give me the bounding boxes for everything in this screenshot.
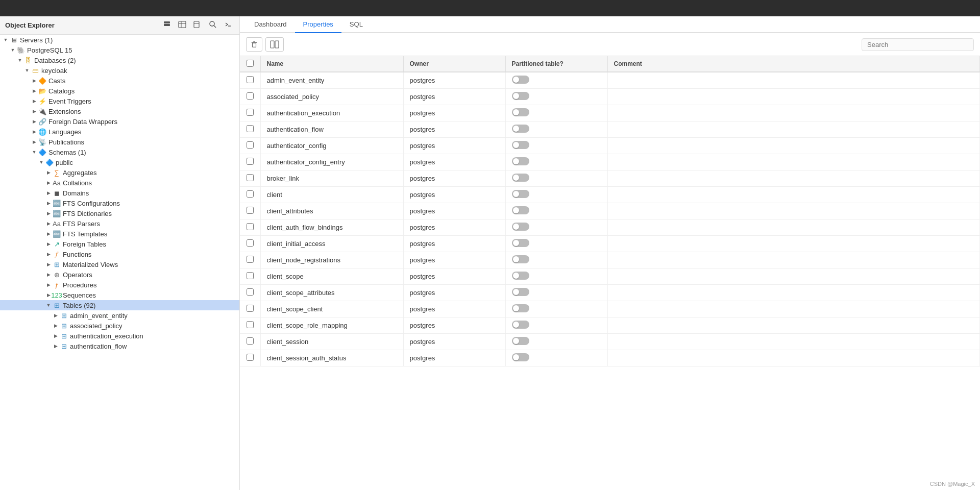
toggle-9[interactable]: [512, 223, 529, 231]
tab-sql[interactable]: SQL: [341, 16, 371, 33]
sidebar-item-operators[interactable]: ▶⊕Operators: [0, 270, 239, 280]
sidebar-item-procedures[interactable]: ▶ƒProcedures: [0, 280, 239, 290]
row-checkbox-15[interactable]: [247, 321, 254, 328]
row-checkbox-2[interactable]: [247, 109, 254, 116]
expander-extensions[interactable]: ▶: [31, 108, 38, 115]
row-checkbox-8[interactable]: [247, 207, 254, 214]
expander-fts_templates[interactable]: ▶: [45, 230, 52, 237]
sidebar-item-collations[interactable]: ▶AaCollations: [0, 178, 239, 188]
tab-dashboard[interactable]: Dashboard: [246, 16, 295, 33]
delete-button[interactable]: [246, 37, 262, 52]
expander-tbl_authentication_flow[interactable]: ▶: [52, 342, 59, 350]
expander-foreign_tables[interactable]: ▶: [45, 240, 52, 248]
toggle-13[interactable]: [512, 288, 529, 296]
row-checkbox-12[interactable]: [247, 272, 254, 279]
sidebar-item-public[interactable]: ▼🔷public: [0, 157, 239, 167]
sidebar-server-icon-btn[interactable]: [161, 19, 173, 31]
toggle-8[interactable]: [512, 206, 529, 214]
expander-databases[interactable]: ▼: [16, 57, 23, 64]
expander-fts_dicts[interactable]: ▶: [45, 210, 52, 217]
sidebar-item-fts_parsers[interactable]: ▶AaFTS Parsers: [0, 218, 239, 229]
toggle-10[interactable]: [512, 239, 529, 247]
row-checkbox-11[interactable]: [247, 256, 254, 263]
search-input[interactable]: [862, 38, 974, 51]
row-checkbox-16[interactable]: [247, 337, 254, 345]
expander-foreign_data_wrappers[interactable]: ▶: [31, 118, 38, 125]
expander-catalogs[interactable]: ▶: [31, 87, 38, 94]
expander-fts_parsers[interactable]: ▶: [45, 220, 52, 227]
expander-public[interactable]: ▼: [38, 159, 45, 166]
toggle-1[interactable]: [512, 92, 529, 100]
sidebar-item-tbl_authentication_flow[interactable]: ▶⊞authentication_flow: [0, 341, 239, 351]
row-checkbox-5[interactable]: [247, 158, 254, 165]
tab-properties[interactable]: Properties: [295, 16, 341, 33]
toggle-5[interactable]: [512, 157, 529, 165]
sidebar-terminal-btn[interactable]: [222, 19, 234, 31]
expander-functions[interactable]: ▶: [45, 251, 52, 258]
toggle-4[interactable]: [512, 141, 529, 149]
sidebar-item-materialized_views[interactable]: ▶⊞Materialized Views: [0, 259, 239, 270]
expander-pg15[interactable]: ▼: [9, 46, 16, 54]
expander-fts_configs[interactable]: ▶: [45, 200, 52, 207]
sidebar-item-tbl_admin_event[interactable]: ▶⊞admin_event_entity: [0, 310, 239, 321]
toggle-11[interactable]: [512, 255, 529, 263]
sidebar-item-publications[interactable]: ▶📡Publications: [0, 137, 239, 147]
toggle-15[interactable]: [512, 321, 529, 329]
sidebar-item-databases[interactable]: ▼🗄Databases (2): [0, 55, 239, 65]
sidebar-item-aggregates[interactable]: ▶∑Aggregates: [0, 167, 239, 178]
expander-domains[interactable]: ▶: [45, 189, 52, 197]
toggle-14[interactable]: [512, 304, 529, 312]
edit-columns-button[interactable]: [265, 37, 284, 52]
expander-operators[interactable]: ▶: [45, 271, 52, 278]
row-checkbox-10[interactable]: [247, 239, 254, 247]
sidebar-item-functions[interactable]: ▶𝑓Functions: [0, 249, 239, 259]
sidebar-item-languages[interactable]: ▶🌐Languages: [0, 127, 239, 137]
expander-keycloak[interactable]: ▼: [23, 67, 31, 74]
row-checkbox-14[interactable]: [247, 305, 254, 312]
expander-servers[interactable]: ▼: [2, 36, 9, 43]
sidebar-item-pg15[interactable]: ▼🐘PostgreSQL 15: [0, 45, 239, 55]
row-checkbox-7[interactable]: [247, 190, 254, 198]
row-checkbox-4[interactable]: [247, 141, 254, 149]
sidebar-item-tbl_authentication_execution[interactable]: ▶⊞authentication_execution: [0, 331, 239, 341]
sidebar-item-fts_configs[interactable]: ▶🔤FTS Configurations: [0, 198, 239, 208]
toggle-7[interactable]: [512, 190, 529, 198]
row-checkbox-3[interactable]: [247, 125, 254, 132]
expander-tbl_authentication_execution[interactable]: ▶: [52, 332, 59, 339]
sidebar-item-tables[interactable]: ▼⊞Tables (92): [0, 300, 239, 310]
sidebar-item-casts[interactable]: ▶🔶Casts: [0, 76, 239, 86]
sidebar-item-event_triggers[interactable]: ▶⚡Event Triggers: [0, 96, 239, 106]
row-checkbox-1[interactable]: [247, 92, 254, 100]
sidebar-search-btn[interactable]: [207, 19, 219, 31]
sidebar-item-domains[interactable]: ▶◼Domains: [0, 188, 239, 198]
expander-procedures[interactable]: ▶: [45, 281, 52, 288]
row-checkbox-13[interactable]: [247, 288, 254, 296]
expander-casts[interactable]: ▶: [31, 77, 38, 84]
sidebar-item-extensions[interactable]: ▶🔌Extensions: [0, 106, 239, 116]
expander-materialized_views[interactable]: ▶: [45, 261, 52, 268]
sidebar-item-keycloak[interactable]: ▼🗃keycloak: [0, 65, 239, 76]
expander-tbl_associated_policy[interactable]: ▶: [52, 322, 59, 329]
sidebar-item-fts_dicts[interactable]: ▶🔤FTS Dictionaries: [0, 208, 239, 218]
toggle-6[interactable]: [512, 174, 529, 182]
sidebar-view-icon-btn[interactable]: [191, 19, 204, 31]
toggle-3[interactable]: [512, 125, 529, 133]
row-checkbox-17[interactable]: [247, 354, 254, 361]
sidebar-item-fts_templates[interactable]: ▶🔤FTS Templates: [0, 229, 239, 239]
table-container[interactable]: Name Owner Partitioned table? Comment ad…: [240, 56, 980, 490]
sidebar-item-foreign_data_wrappers[interactable]: ▶🔗Foreign Data Wrappers: [0, 116, 239, 127]
sidebar-item-foreign_tables[interactable]: ▶↗Foreign Tables: [0, 239, 239, 249]
sidebar-item-sequences[interactable]: ▶123Sequences: [0, 290, 239, 300]
toggle-12[interactable]: [512, 272, 529, 280]
row-checkbox-6[interactable]: [247, 174, 254, 181]
sidebar-item-tbl_associated_policy[interactable]: ▶⊞associated_policy: [0, 321, 239, 331]
expander-collations[interactable]: ▶: [45, 179, 52, 186]
expander-languages[interactable]: ▶: [31, 128, 38, 135]
row-checkbox-0[interactable]: [247, 76, 254, 83]
sidebar-table-icon-btn[interactable]: [176, 19, 188, 31]
toggle-0[interactable]: [512, 76, 529, 84]
expander-event_triggers[interactable]: ▶: [31, 97, 38, 105]
toggle-2[interactable]: [512, 108, 529, 116]
select-all-checkbox[interactable]: [247, 60, 254, 67]
expander-tables[interactable]: ▼: [45, 302, 52, 309]
